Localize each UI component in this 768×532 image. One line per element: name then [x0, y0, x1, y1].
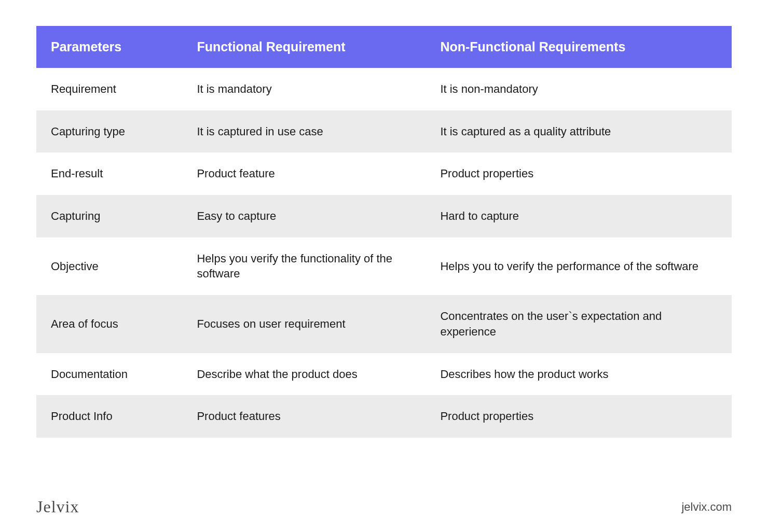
table-row: Requirement It is mandatory It is non-ma… — [36, 68, 732, 110]
cell-param: Objective — [36, 237, 182, 295]
cell-func: Describe what the product does — [182, 353, 426, 396]
cell-param: Product Info — [36, 395, 182, 438]
table-row: Area of focus Focuses on user requiremen… — [36, 295, 732, 353]
table-row: End-result Product feature Product prope… — [36, 152, 732, 195]
cell-nonf: Helps you to verify the performance of t… — [426, 237, 732, 295]
cell-nonf: Describes how the product works — [426, 353, 732, 396]
cell-func: It is mandatory — [182, 68, 426, 110]
cell-func: Easy to capture — [182, 195, 426, 237]
header-functional: Functional Requirement — [182, 26, 426, 68]
cell-func: Product features — [182, 395, 426, 438]
brand-logo: Jelvix — [36, 497, 79, 516]
cell-nonf: Product properties — [426, 395, 732, 438]
cell-param: Capturing — [36, 195, 182, 237]
table-row: Capturing type It is captured in use cas… — [36, 110, 732, 153]
brand-site: jelvix.com — [681, 500, 732, 514]
comparison-table: Parameters Functional Requirement Non-Fu… — [36, 26, 732, 438]
cell-param: End-result — [36, 152, 182, 195]
cell-nonf: Concentrates on the user`s expectation a… — [426, 295, 732, 353]
cell-func: Focuses on user requirement — [182, 295, 426, 353]
header-parameters: Parameters — [36, 26, 182, 68]
header-nonfunctional: Non-Functional Requirements — [426, 26, 732, 68]
cell-nonf: Hard to capture — [426, 195, 732, 237]
cell-func: Helps you verify the functionality of th… — [182, 237, 426, 295]
cell-param: Requirement — [36, 68, 182, 110]
table-header-row: Parameters Functional Requirement Non-Fu… — [36, 26, 732, 68]
cell-func: It is captured in use case — [182, 110, 426, 153]
footer: Jelvix jelvix.com — [36, 487, 732, 516]
cell-nonf: It is captured as a quality attribute — [426, 110, 732, 153]
table-row: Capturing Easy to capture Hard to captur… — [36, 195, 732, 237]
cell-param: Capturing type — [36, 110, 182, 153]
table-row: Objective Helps you verify the functiona… — [36, 237, 732, 295]
table-row: Documentation Describe what the product … — [36, 353, 732, 396]
cell-nonf: It is non-mandatory — [426, 68, 732, 110]
cell-param: Area of focus — [36, 295, 182, 353]
table-row: Product Info Product features Product pr… — [36, 395, 732, 438]
cell-nonf: Product properties — [426, 152, 732, 195]
cell-func: Product feature — [182, 152, 426, 195]
cell-param: Documentation — [36, 353, 182, 396]
